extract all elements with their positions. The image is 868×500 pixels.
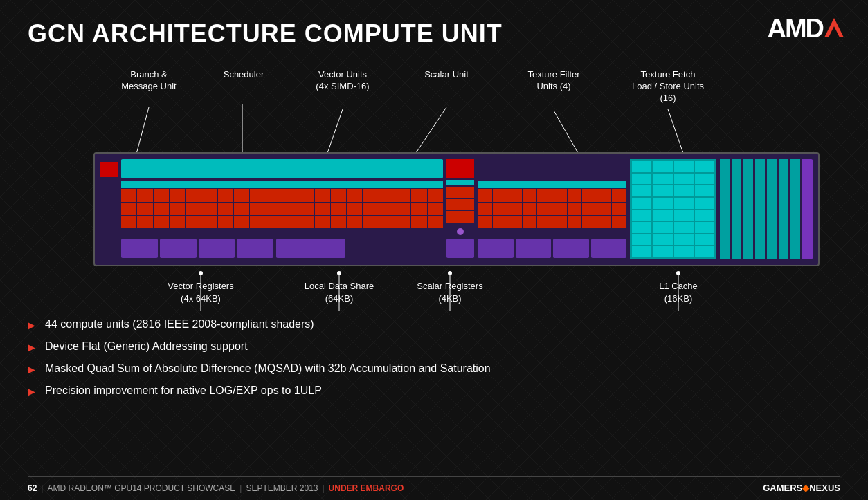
bullets-section: ▶ 44 compute units (2816 IEEE 2008-compl… [28,318,840,407]
bullet-2: ▶ Device Flat (Generic) Addressing suppo… [28,340,840,353]
bullet-1: ▶ 44 compute units (2816 IEEE 2008-compl… [28,318,840,331]
label-texture-filter-units: Texture FilterUnits (4) [516,69,592,93]
bullet-arrow-2: ▶ [28,342,35,353]
bullet-text-1: 44 compute units (2816 IEEE 2008-complia… [45,318,314,331]
amd-logo-symbol [824,18,844,37]
amd-logo: AMD [767,14,844,44]
scheduler-teal-band [121,159,443,178]
amd-logo-text: AMD [767,14,823,44]
label-local-data-share: Local Data Share(64KB) [298,280,381,305]
scalar-unit-block [446,159,474,223]
chip-block [93,152,820,266]
svg-point-21 [448,271,452,275]
footer-page: 62 [28,483,37,493]
footer-company: AMD RADEON™ GPU14 PRODUCT SHOWCASE [47,483,235,493]
simd-area-2 [478,181,626,243]
vector-register-blocks [121,239,273,258]
svg-point-19 [337,271,341,275]
diagram-container: Branch &Message Unit Scheduler Vector Un… [28,62,840,353]
scalar-register-blocks-2 [478,239,626,258]
bullet-text-2: Device Flat (Generic) Addressing support [45,340,248,353]
label-texture-fetch: Texture FetchLoad / Store Units(16) [623,69,713,104]
scalar-register-block [446,239,474,258]
label-scalar-registers: Scalar Registers(4KB) [405,280,495,305]
bullet-arrow-1: ▶ [28,320,35,331]
bullet-4: ▶ Precision improvement for native LOG/E… [28,385,840,397]
local-data-share-block [276,239,345,258]
bullet-text-4: Precision improvement for native LOG/EXP… [45,385,322,397]
label-vector-units: Vector Units(4x SIMD-16) [305,69,381,93]
footer-embargo: UNDER EMBARGO [329,483,404,493]
label-vector-registers: Vector Registers(4x 64KB) [159,280,242,305]
texture-filter-units [630,159,716,259]
svg-line-10 [412,107,446,159]
bullet-3: ▶ Masked Quad Sum of Absolute Difference… [28,362,840,375]
gamers-nexus-logo: GAMERS◆NEXUS [763,483,840,493]
bullet-text-3: Masked Quad Sum of Absolute Difference (… [45,362,491,375]
bullet-arrow-4: ▶ [28,386,35,397]
branch-red-block [100,162,118,177]
footer: 62 | AMD RADEON™ GPU14 PRODUCT SHOWCASE … [28,476,840,493]
svg-line-4 [135,107,149,159]
bullet-arrow-3: ▶ [28,364,35,375]
simd-area-1 [121,181,443,243]
label-scalar-unit: Scalar Unit [412,69,481,81]
label-branch-message-unit: Branch &Message Unit [111,69,187,93]
footer-date: SEPTEMBER 2013 [246,483,318,493]
footer-left: 62 | AMD RADEON™ GPU14 PRODUCT SHOWCASE … [28,483,404,493]
svg-point-17 [199,271,203,275]
page-title: GCN ARCHITECTURE COMPUTE UNIT [28,19,503,48]
label-scheduler: Scheduler [209,69,278,81]
svg-point-23 [676,271,680,275]
texture-fetch-l1-cache [720,159,813,259]
label-l1-cache: L1 Cache(16KB) [637,280,720,305]
